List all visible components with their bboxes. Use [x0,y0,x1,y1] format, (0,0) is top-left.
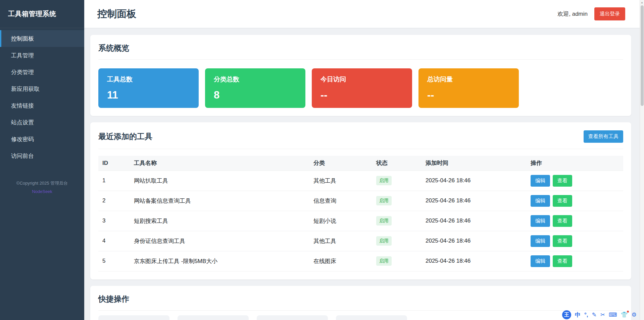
sidebar-item-访问前台[interactable]: 访问前台 [0,147,84,164]
cell-status: 启用 [372,191,422,211]
view-button[interactable]: 查看 [553,215,572,227]
sidebar-item-新应用获取[interactable]: 新应用获取 [0,80,84,97]
column-header-ID: ID [98,156,130,171]
view-button[interactable]: 查看 [553,195,572,207]
scroll-up-icon[interactable]: ▲ [641,1,643,4]
sidebar-item-label: 工具管理 [11,52,34,59]
cell-status: 启用 [372,211,422,231]
scissors-icon[interactable]: ✂ [600,311,605,318]
ime-logo-icon[interactable]: 王 [562,310,571,319]
sidebar-item-label: 控制面板 [11,35,34,43]
recent-tools-table: ID工具名称分类状态添加时间操作 1网站扒取工具其他工具启用2025-04-26… [98,156,623,271]
view-button[interactable]: 查看 [553,255,572,267]
cell-tool-name: 短剧搜索工具 [130,211,309,231]
stat-card-工具总数: 工具总数11 [98,68,199,108]
column-header-添加时间: 添加时间 [422,156,527,171]
quick-actions-card: 快捷操作 ✚📁🔍⚙ [90,286,631,320]
quick-action-tile[interactable]: ⚙ [336,315,407,320]
overview-card: 系统概览 工具总数11分类总数8今日访问--总访问量-- [90,35,631,116]
quick-action-tile[interactable]: 🔍 [257,315,328,320]
divider [98,149,623,149]
page-title: 控制面板 [97,7,136,21]
stat-label: 分类总数 [214,75,297,84]
sidebar-item-label: 友情链接 [11,102,34,110]
status-badge: 启用 [376,176,392,185]
stat-label: 工具总数 [107,75,190,84]
quick-actions-heading: 快捷操作 [98,294,623,304]
recent-card-header: 最近添加的工具 查看所有工具 [98,130,623,143]
view-button[interactable]: 查看 [553,175,572,187]
cell-time: 2025-04-26 18:46 [422,191,527,211]
cell-category: 在线图床 [309,251,372,271]
sidebar-item-label: 分类管理 [11,68,34,76]
sidebar-item-label: 新应用获取 [11,85,40,93]
sidebar-item-修改密码[interactable]: 修改密码 [0,131,84,147]
sidebar-footer: ©Copyright 2025 管理后台 NodeSeek [0,180,84,194]
cell-time: 2025-04-26 18:46 [422,231,527,251]
sidebar-item-label: 访问前台 [11,152,34,160]
copyright-text: ©Copyright 2025 管理后台 [0,180,84,186]
cell-id: 5 [98,251,130,271]
view-all-tools-button[interactable]: 查看所有工具 [584,130,623,143]
divider [98,310,623,311]
stats-row: 工具总数11分类总数8今日访问--总访问量-- [98,68,623,108]
cell-tool-name: 网站扒取工具 [130,171,309,191]
scrollbar-thumb[interactable] [641,5,644,106]
cell-status: 启用 [372,171,422,191]
chinese-mode-icon[interactable]: 中 [575,311,581,319]
sidebar-item-工具管理[interactable]: 工具管理 [0,47,84,64]
sidebar-item-label: 站点设置 [11,119,34,126]
ime-toolbar: 王 中°,✎✂⌨👕⚙ [562,310,637,319]
column-header-工具名称: 工具名称 [130,156,309,171]
status-badge: 启用 [376,236,392,246]
view-button[interactable]: 查看 [553,235,572,247]
stat-label: 今日访问 [320,75,403,84]
cell-status: 启用 [372,231,422,251]
cell-tool-name: 身份证信息查询工具 [130,231,309,251]
cell-status: 启用 [372,251,422,271]
table-body: 1网站扒取工具其他工具启用2025-04-26 18:46编辑查看2网站备案信息… [98,171,623,271]
recent-tools-card: 最近添加的工具 查看所有工具 ID工具名称分类状态添加时间操作 1网站扒取工具其… [90,122,631,279]
vertical-scrollbar[interactable]: ▲ [640,0,644,320]
content-area: 系统概览 工具总数11分类总数8今日访问--总访问量-- 最近添加的工具 查看所… [84,28,644,320]
quick-action-tile[interactable]: ✚ [98,315,169,320]
sidebar-menu: 控制面板工具管理分类管理新应用获取友情链接站点设置修改密码访问前台 [0,28,84,164]
stat-label: 总访问量 [427,75,510,84]
recent-heading: 最近添加的工具 [98,131,152,142]
welcome-text: 欢迎, admin [557,10,588,18]
main-column: 控制面板 欢迎, admin 退出登录 系统概览 工具总数11分类总数8今日访问… [84,0,644,320]
sidebar-item-控制面板[interactable]: 控制面板 [0,30,84,47]
settings-icon[interactable]: ⚙ [632,311,637,318]
cell-time: 2025-04-26 18:46 [422,171,527,191]
edit-button[interactable]: 编辑 [531,235,550,247]
logout-button[interactable]: 退出登录 [594,7,625,20]
cell-tool-name: 京东图床上传工具 -限制5MB大小 [130,251,309,271]
table-row: 3短剧搜索工具短剧小说启用2025-04-26 18:46编辑查看 [98,211,623,231]
sidebar-item-分类管理[interactable]: 分类管理 [0,64,84,80]
cell-actions: 编辑查看 [527,231,623,251]
column-header-操作: 操作 [527,156,623,171]
edit-button[interactable]: 编辑 [531,195,550,207]
quick-action-tile[interactable]: 📁 [178,315,249,320]
edit-button[interactable]: 编辑 [531,175,550,187]
stat-value: 8 [214,89,297,101]
status-badge: 启用 [376,216,392,226]
stat-value: -- [320,89,403,101]
header-right: 欢迎, admin 退出登录 [557,7,625,20]
cell-id: 3 [98,211,130,231]
keyboard-icon[interactable]: ⌨ [609,311,617,318]
table-row: 1网站扒取工具其他工具启用2025-04-26 18:46编辑查看 [98,171,623,191]
punctuation-icon[interactable]: °, [584,312,588,318]
table-row: 5京东图床上传工具 -限制5MB大小在线图床启用2025-04-26 18:46… [98,251,623,271]
skin-icon[interactable]: 👕 [621,311,628,318]
cell-id: 1 [98,171,130,191]
footer-link[interactable]: NodeSeek [32,189,52,194]
cell-time: 2025-04-26 18:46 [422,211,527,231]
pen-icon[interactable]: ✎ [592,311,596,318]
stat-value: -- [427,89,510,101]
sidebar-item-站点设置[interactable]: 站点设置 [0,114,84,131]
sidebar-item-友情链接[interactable]: 友情链接 [0,97,84,114]
cell-time: 2025-04-26 18:46 [422,251,527,271]
edit-button[interactable]: 编辑 [531,215,550,227]
edit-button[interactable]: 编辑 [531,255,550,267]
